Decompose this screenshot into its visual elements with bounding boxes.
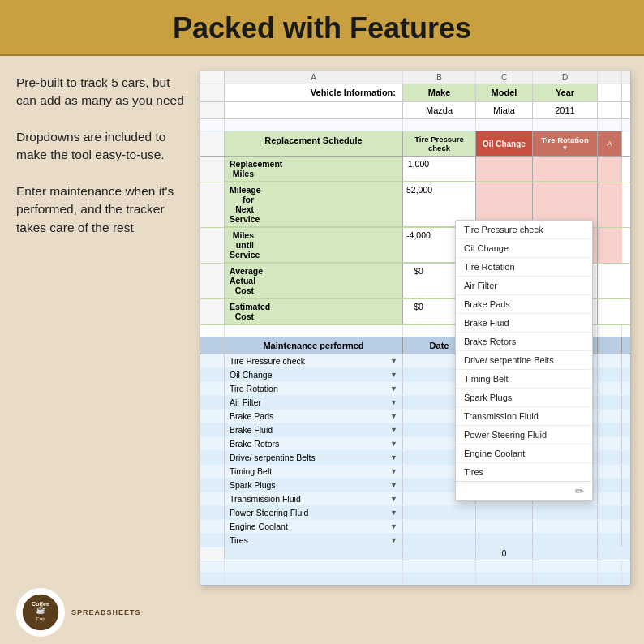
extra-col	[598, 84, 622, 101]
dropdown-arrow-icon[interactable]: ▼	[390, 384, 397, 393]
sched-label-3: Miles until Service	[225, 228, 403, 263]
maint-row-num	[200, 410, 225, 423]
maint-empty-e	[598, 465, 622, 478]
col-header-e	[598, 71, 622, 84]
dropdown-arrow-icon[interactable]: ▼	[390, 481, 397, 489]
maint-empty-e	[598, 479, 622, 492]
bottom-rn	[200, 547, 225, 560]
dropdown-item[interactable]: Timing Belt	[456, 370, 592, 389]
maint-empty-c	[476, 520, 533, 533]
dropdown-arrow-icon[interactable]: ▼	[390, 440, 397, 448]
bottom-label	[225, 547, 403, 560]
maint-item-cell: Engine Coolant ▼	[225, 520, 403, 533]
maint-col-a-header: Maintenance performed	[225, 337, 403, 354]
maint-item-cell: Tire Pressure check ▼	[225, 354, 403, 367]
year-value: 2011	[533, 102, 598, 118]
sched-val-1c	[476, 157, 533, 182]
maint-empty-e	[598, 396, 622, 409]
dropdown-arrow-icon[interactable]: ▼	[390, 509, 397, 517]
dropdown-item[interactable]: Spark Plugs	[456, 389, 592, 407]
sched-rn-2	[200, 182, 225, 227]
dropdown-item[interactable]: Tires	[456, 463, 592, 481]
bottom-c: 0	[476, 547, 533, 560]
dropdown-item[interactable]: Brake Fluid	[456, 314, 592, 333]
dropdown-overlay: Tire Pressure checkOil ChangeTire Rotati…	[455, 220, 593, 501]
maint-col-e-header	[598, 337, 622, 354]
maint-item-label: Tire Rotation	[230, 384, 278, 393]
dropdown-item[interactable]: Tire Rotation	[456, 258, 592, 277]
dropdown-arrow-icon[interactable]: ▼	[390, 426, 397, 434]
bottom-d	[533, 547, 598, 560]
logo-sub: SPREADSHEETS	[71, 608, 141, 616]
maint-item-label: Brake Rotors	[230, 439, 279, 449]
maint-row-num	[200, 451, 225, 464]
maint-row-num	[200, 465, 225, 478]
bottom-b	[403, 547, 476, 560]
feature-text-1: Pre-built to track 5 cars, but can add a…	[16, 74, 187, 110]
maint-item-label: Timing Belt	[230, 466, 272, 476]
dropdown-item[interactable]: Drive/ serpentine Belts	[456, 351, 592, 370]
maint-row: Tires ▼	[200, 534, 630, 547]
vehicle-info-label: Vehicle Information:	[225, 84, 403, 101]
maint-empty-e	[598, 410, 622, 423]
maint-item-cell: Brake Fluid ▼	[225, 423, 403, 436]
maint-item-cell: Tires ▼	[225, 534, 403, 547]
maint-date-cell	[403, 506, 476, 519]
make-header: Make	[403, 84, 476, 101]
sched-label-2: Mileage for Next Service	[225, 182, 403, 227]
dropdown-arrow-icon[interactable]: ▼	[390, 371, 397, 379]
page-title: Packed with Features	[0, 11, 644, 45]
maint-item-label: Oil Change	[230, 370, 273, 380]
sched-rn-5	[200, 299, 225, 324]
vehicle-blank	[225, 102, 403, 118]
edit-icon[interactable]: ✏	[575, 485, 584, 497]
extra-col2	[598, 102, 622, 118]
dropdown-arrow-icon[interactable]: ▼	[390, 536, 397, 544]
dropdown-arrow-icon[interactable]: ▼	[390, 398, 397, 406]
extra-row-1	[200, 560, 630, 573]
dropdown-item[interactable]: Air Filter	[456, 277, 592, 295]
bottom-val-row: 0	[200, 547, 630, 560]
sched-rn-4	[200, 264, 225, 298]
dropdown-arrow-icon[interactable]: ▼	[390, 453, 397, 462]
maint-empty-d	[533, 506, 598, 519]
dropdown-item[interactable]: Oil Change	[456, 239, 592, 258]
col-header-a: A	[225, 71, 403, 84]
dropdown-item[interactable]: Brake Pads	[456, 295, 592, 314]
maint-item-label: Transmission Fluid	[230, 494, 301, 504]
maint-row-num	[200, 534, 225, 547]
dropdown-item[interactable]: Transmission Fluid	[456, 407, 592, 426]
maint-row-num	[200, 396, 225, 409]
maint-item-cell: Tire Rotation ▼	[225, 382, 403, 395]
dropdown-item[interactable]: Tire Pressure check	[456, 221, 592, 239]
sched-header-row: Replacement Schedule Tire Pressure check…	[200, 131, 630, 157]
maint-item-label: Brake Pads	[230, 411, 273, 421]
svg-text:Cup: Cup	[36, 616, 45, 621]
maint-row-num	[200, 437, 225, 450]
dropdown-arrow-icon[interactable]: ▼	[390, 495, 397, 503]
dropdown-edit-row: ✏	[456, 481, 592, 500]
maint-date-cell	[403, 534, 476, 547]
dropdown-item[interactable]: Brake Rotors	[456, 333, 592, 351]
dropdown-arrow-icon[interactable]: ▼	[390, 357, 397, 365]
right-column: A B C D Vehicle Information: Make Model …	[200, 71, 631, 637]
dropdown-arrow-icon[interactable]: ▼	[390, 412, 397, 420]
maint-empty-e	[598, 506, 622, 519]
sched-label-5: Estimated Cost	[225, 299, 403, 324]
year-header: Year	[533, 84, 598, 101]
col-header-d: D	[533, 71, 598, 84]
dropdown-item[interactable]: Engine Coolant	[456, 444, 592, 463]
maint-empty-e	[598, 437, 622, 450]
maint-row-num	[200, 382, 225, 395]
feature-text-3: Enter maintenance when it's performed, a…	[16, 182, 187, 237]
make-value: Mazda	[403, 102, 476, 118]
dropdown-arrow-icon[interactable]: ▼	[390, 522, 397, 530]
dropdown-item[interactable]: Power Steering Fluid	[456, 426, 592, 444]
page-header: Packed with Features	[0, 0, 644, 56]
dropdown-arrow-icon[interactable]: ▼	[390, 467, 397, 475]
maint-date-cell	[403, 520, 476, 533]
maint-item-label: Tire Pressure check	[230, 356, 305, 366]
dropdown-items-container: Tire Pressure checkOil ChangeTire Rotati…	[456, 221, 592, 481]
maint-item-label: Power Steering Fluid	[230, 508, 308, 517]
col-header-blank	[200, 71, 225, 84]
